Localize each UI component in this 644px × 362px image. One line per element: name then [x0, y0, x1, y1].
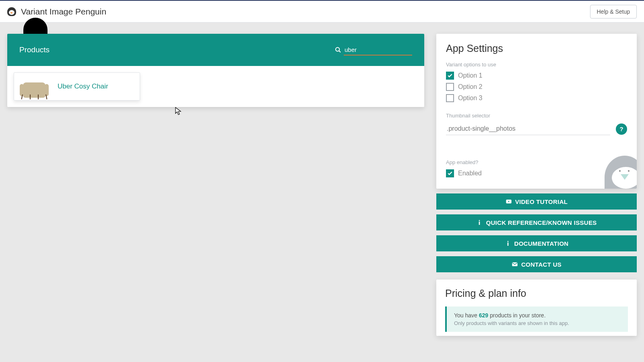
- settings-title: App Settings: [446, 43, 627, 54]
- thumbnail-help-button[interactable]: ?: [616, 123, 627, 135]
- checkbox-icon: [446, 169, 454, 177]
- svg-point-6: [507, 241, 508, 242]
- app-title: Variant Image Penguin: [21, 7, 106, 16]
- thumbnail-label: Thumbnail selector: [446, 113, 627, 119]
- option-1-checkbox[interactable]: Option 1: [446, 72, 627, 80]
- button-label: DOCUMENTATION: [514, 240, 569, 247]
- button-label: QUICK REFERENCE/KNOWN ISSUES: [486, 219, 597, 226]
- info-icon: [505, 240, 511, 247]
- checkbox-icon: [446, 83, 454, 91]
- contact-us-button[interactable]: CONTACT US: [436, 256, 637, 272]
- option-label: Option 2: [458, 83, 482, 90]
- option-3-checkbox[interactable]: Option 3: [446, 94, 627, 102]
- option-label: Option 1: [458, 72, 482, 79]
- option-label: Option 3: [458, 95, 482, 102]
- product-count: 629: [479, 312, 488, 319]
- pricing-title: Pricing & plan info: [445, 288, 628, 299]
- checkbox-icon: [446, 94, 454, 102]
- quick-reference-button[interactable]: QUICK REFERENCE/KNOWN ISSUES: [436, 214, 637, 230]
- app-enabled-label: App enabled?: [446, 159, 627, 165]
- info-icon: [476, 219, 483, 226]
- products-panel: Products Uber Cosy Chair: [7, 34, 424, 107]
- enabled-checkbox[interactable]: Enabled: [446, 169, 627, 177]
- button-label: VIDEO TUTORIAL: [515, 198, 568, 205]
- svg-rect-5: [479, 222, 480, 225]
- pricing-panel: Pricing & plan info You have 629 product…: [436, 280, 637, 336]
- penguin-logo-icon: [7, 7, 16, 16]
- help-setup-button[interactable]: Help & Setup: [590, 5, 637, 19]
- enabled-label: Enabled: [458, 170, 482, 177]
- checkbox-icon: [446, 72, 454, 80]
- svg-rect-7: [507, 243, 508, 246]
- play-icon: [506, 198, 512, 205]
- header: Variant Image Penguin Help & Setup: [0, 1, 644, 23]
- documentation-button[interactable]: DOCUMENTATION: [436, 235, 637, 251]
- settings-panel: App Settings Variant options to use Opti…: [436, 34, 637, 189]
- button-label: CONTACT US: [521, 261, 561, 268]
- penguin-corner-icon: [605, 156, 637, 189]
- search-icon: [335, 47, 341, 53]
- svg-line-1: [339, 51, 341, 52]
- pricing-line-1: You have 629 products in your store.: [454, 312, 621, 319]
- svg-point-0: [336, 47, 339, 51]
- envelope-icon: [512, 261, 518, 267]
- product-thumbnail: [18, 75, 50, 98]
- products-search-input[interactable]: [344, 45, 412, 56]
- option-2-checkbox[interactable]: Option 2: [446, 83, 627, 91]
- pricing-line-2: Only products with variants are shown in…: [454, 320, 621, 326]
- variant-options-label: Variant options to use: [446, 62, 627, 68]
- product-card[interactable]: Uber Cosy Chair: [14, 72, 140, 101]
- product-name: Uber Cosy Chair: [58, 82, 108, 90]
- thumbnail-selector-input[interactable]: [446, 123, 610, 135]
- svg-point-4: [479, 220, 480, 221]
- pricing-info-box: You have 629 products in your store. Onl…: [445, 306, 628, 332]
- video-tutorial-button[interactable]: VIDEO TUTORIAL: [436, 193, 637, 210]
- products-title: Products: [19, 45, 50, 54]
- cursor-icon: [175, 107, 182, 116]
